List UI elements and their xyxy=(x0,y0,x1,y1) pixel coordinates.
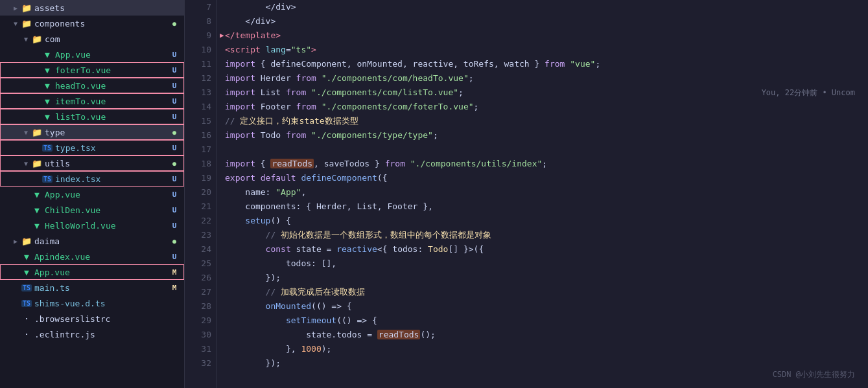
code-line: // 定义接口，约束state数据类型 xyxy=(225,114,868,128)
file-badge: M xyxy=(170,284,179,292)
tree-arrow xyxy=(21,189,31,200)
code-content[interactable]: </div> </div>▶</template><script lang="t… xyxy=(217,0,868,388)
line-number: 28 xyxy=(185,299,211,314)
tree-label: App.vue xyxy=(53,50,170,60)
sidebar-item-daima[interactable]: 📁daima● xyxy=(0,233,184,249)
tree-arrow xyxy=(31,96,41,106)
sidebar-item-type.tsx[interactable]: TStype.tsxU xyxy=(0,140,184,155)
file-icon: ▼ xyxy=(31,220,43,231)
code-line: <script lang="ts"> xyxy=(225,43,868,57)
tree-arrow xyxy=(31,65,41,75)
tree-label: components xyxy=(32,19,170,29)
sidebar-item-components[interactable]: 📁components● xyxy=(0,16,184,31)
file-badge: U xyxy=(170,51,179,59)
line-number: 24 xyxy=(185,242,211,257)
tree-label: Apindex.vue xyxy=(32,252,170,262)
code-text: }); xyxy=(225,271,281,285)
line-number: 8 xyxy=(185,14,211,29)
tree-label: type.tsx xyxy=(53,143,170,153)
code-line: // 初始化数据是一个数组形式，数组中的每个数据都是对象 xyxy=(225,228,868,242)
code-line: import Todo from "./components/type/type… xyxy=(225,128,868,143)
code-text: <script lang="ts"> xyxy=(225,43,316,57)
file-icon: 📁 xyxy=(31,34,43,44)
code-text: </div> xyxy=(225,14,276,29)
tree-arrow xyxy=(10,3,21,13)
tree-label: App.vue xyxy=(43,190,170,200)
code-line: import { readTods, saveTodos } from "./c… xyxy=(225,157,868,171)
file-badge: ● xyxy=(170,129,179,136)
code-line: const state = reactive<{ todos: Todo[] }… xyxy=(225,242,868,257)
tree-arrow xyxy=(10,282,21,293)
sidebar-item-ChilDen.vue[interactable]: ▼ChilDen.vueU xyxy=(0,202,184,218)
tree-label: foterTo.vue xyxy=(53,65,170,75)
code-text: import Herder from "./components/com/hea… xyxy=(225,71,474,86)
sidebar-item-itemTo.vue[interactable]: ▼itemTo.vueU xyxy=(0,93,184,109)
tree-arrow xyxy=(10,314,21,324)
sidebar-item-listTo.vue[interactable]: ▼listTo.vueU xyxy=(0,109,184,124)
tree-label: assets xyxy=(32,3,184,13)
sidebar-item-App.vue-root[interactable]: ▼App.vueM xyxy=(0,264,184,280)
sidebar-item-utils[interactable]: 📁utils● xyxy=(0,155,184,171)
file-icon: · xyxy=(21,314,32,324)
line-number: 21 xyxy=(185,200,211,214)
tree-label: listTo.vue xyxy=(53,112,170,122)
tree-label: main.ts xyxy=(32,283,170,293)
code-text: state.todos = readTods(); xyxy=(225,328,436,342)
line-number: 17 xyxy=(185,143,211,157)
sidebar-item-.eclintrc.js[interactable]: ·.eclintrc.js xyxy=(0,326,184,342)
code-line: setup() { xyxy=(225,214,868,228)
sidebar-item-index.tsx[interactable]: TSindex.tsxU xyxy=(0,171,184,187)
code-line: todos: [], xyxy=(225,257,868,271)
code-text: // 初始化数据是一个数组形式，数组中的每个数据都是对象 xyxy=(225,228,491,242)
file-icon: ▼ xyxy=(21,251,32,262)
sidebar-item-com[interactable]: 📁com xyxy=(0,31,184,47)
tree-arrow xyxy=(31,80,41,91)
sidebar-item-shims-vue.d.ts[interactable]: TSshims-vue.d.ts xyxy=(0,295,184,311)
line-number: 26 xyxy=(185,271,211,285)
tree-arrow xyxy=(31,143,41,153)
file-icon: ▼ xyxy=(41,65,53,75)
file-icon: 📁 xyxy=(21,236,32,246)
file-icon: TS xyxy=(21,298,32,308)
line-numbers: 7891011121314151617181920212223242526272… xyxy=(185,0,217,388)
file-icon: 📁 xyxy=(21,3,32,13)
line-number: 19 xyxy=(185,171,211,185)
file-icon: ▼ xyxy=(31,189,43,200)
line-number: 13 xyxy=(185,86,211,100)
code-line: components: { Herder, List, Footer }, xyxy=(225,200,868,214)
sidebar-item-headTo.vue[interactable]: ▼headTo.vueU xyxy=(0,78,184,93)
code-line: }); xyxy=(225,271,868,285)
line-number: 20 xyxy=(185,185,211,200)
watermark: CSDN @小刘先生很努力 xyxy=(773,367,855,382)
code-text: export default defineComponent({ xyxy=(225,171,387,185)
code-line: onMounted(() => { xyxy=(225,299,868,314)
tree-label: com xyxy=(43,34,184,44)
code-text: import { defineComponent, onMounted, rea… xyxy=(225,57,600,71)
tree-label: .eclintrc.js xyxy=(32,330,184,339)
sidebar-item-App.vue-com[interactable]: ▼App.vueU xyxy=(0,47,184,62)
line-number: 7 xyxy=(185,0,211,14)
code-text: setTimeout(() => { xyxy=(225,314,377,328)
code-text: }, 1000); xyxy=(225,342,331,356)
sidebar-item-.browserslistrc[interactable]: ·.browserslistrc xyxy=(0,311,184,326)
tree-arrow xyxy=(21,127,31,137)
code-line: name: "App", xyxy=(225,185,868,200)
code-text: import List from "./components/com/listT… xyxy=(225,86,463,100)
sidebar-item-type[interactable]: 📁type● xyxy=(0,124,184,140)
code-text: const state = reactive<{ todos: Todo[] }… xyxy=(225,242,484,257)
file-icon: 📁 xyxy=(31,127,43,137)
sidebar-item-assets[interactable]: 📁assets xyxy=(0,0,184,16)
sidebar-item-Apindex.vue[interactable]: ▼Apindex.vueU xyxy=(0,249,184,264)
sidebar-item-foterTo.vue[interactable]: ▼foterTo.vueU xyxy=(0,62,184,78)
sidebar-item-HelloWorld.vue[interactable]: ▼HelloWorld.vueU xyxy=(0,218,184,233)
code-line: </div> xyxy=(225,14,868,29)
file-icon: TS xyxy=(21,282,32,293)
code-text: components: { Herder, List, Footer }, xyxy=(225,200,433,214)
sidebar-item-App.vue-comp[interactable]: ▼App.vueU xyxy=(0,187,184,202)
code-line: state.todos = readTods(); xyxy=(225,328,868,342)
tree-arrow xyxy=(21,220,31,231)
tree-arrow xyxy=(21,205,31,215)
line-number: 11 xyxy=(185,57,211,71)
sidebar-item-main.ts[interactable]: TSmain.tsM xyxy=(0,280,184,295)
line-number: 22 xyxy=(185,214,211,228)
